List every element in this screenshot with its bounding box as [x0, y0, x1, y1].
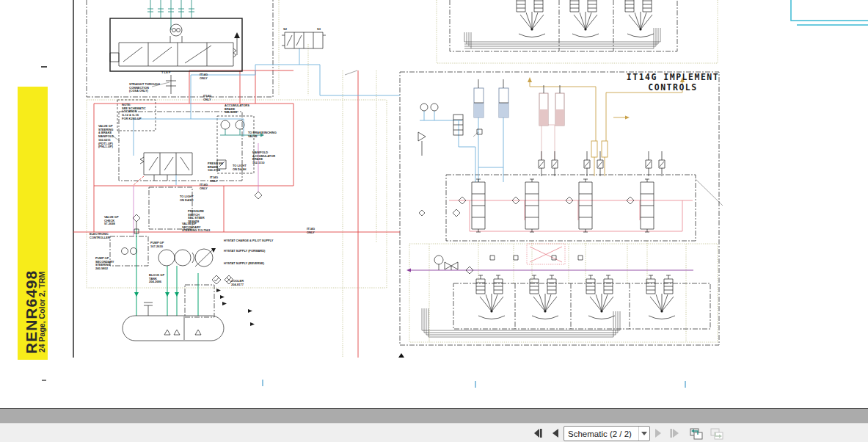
document-tab-subtitle: 24 Page, Color 2, TRM — [37, 272, 46, 352]
ruler-marker-icon — [398, 353, 404, 358]
last-page-icon — [668, 427, 680, 439]
page-tick — [262, 380, 263, 386]
previous-page-icon — [550, 427, 561, 439]
sheet-forward-icon — [710, 427, 724, 440]
schematic-viewer-window: STRAIGHT THROUGH CONNECTION (CGSA ONLY)V… — [0, 0, 868, 442]
navigation-toolbar: Schematic (2 / 2) — [0, 423, 868, 442]
page-tick — [475, 381, 476, 388]
document-tab: RENR6498 24 Page, Color 2, TRM — [18, 87, 48, 360]
nav-previous-button[interactable] — [549, 427, 562, 440]
status-band — [0, 409, 868, 423]
title-block: IT14G IMPLEMENT CONTROLS — [625, 73, 721, 95]
nav-last-button[interactable] — [668, 427, 681, 440]
next-sheet-button[interactable] — [709, 427, 725, 440]
page-tick — [685, 381, 686, 388]
page-selector-dropdown[interactable]: Schematic (2 / 2) — [564, 426, 650, 441]
nav-next-button[interactable] — [652, 427, 665, 440]
first-page-icon — [532, 427, 544, 439]
nav-first-button[interactable] — [531, 427, 544, 440]
schematic-title: IT14G IMPLEMENT CONTROLS — [625, 73, 721, 93]
page-selector-value: Schematic (2 / 2) — [564, 430, 638, 438]
margin-mark — [41, 66, 47, 68]
next-page-icon — [652, 427, 664, 439]
sheet-back-icon — [689, 427, 704, 440]
chevron-down-icon — [638, 427, 649, 441]
margin-mark — [42, 380, 46, 381]
previous-sheet-button[interactable] — [688, 427, 704, 440]
schematic-drawing — [0, 0, 868, 365]
